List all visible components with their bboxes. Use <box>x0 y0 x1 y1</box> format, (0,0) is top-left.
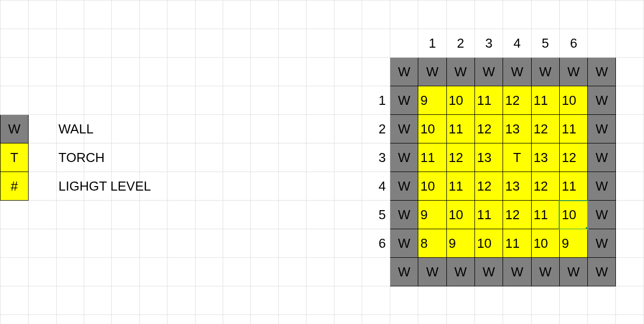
cell[interactable] <box>503 315 531 325</box>
cell[interactable] <box>251 258 278 286</box>
wall-cell[interactable]: W <box>588 201 616 229</box>
cell[interactable] <box>139 172 167 201</box>
wall-cell[interactable]: W <box>588 229 616 258</box>
light-cell[interactable]: 12 <box>474 172 503 201</box>
cell[interactable] <box>1 258 29 286</box>
cell[interactable] <box>390 29 418 58</box>
light-cell[interactable]: 9 <box>418 201 446 229</box>
light-cell[interactable]: 10 <box>446 201 474 229</box>
col-header-6[interactable]: 6 <box>559 29 587 58</box>
legend-torch-symbol[interactable]: T <box>1 143 29 172</box>
light-cell[interactable]: 12 <box>503 86 531 115</box>
cell[interactable] <box>306 1 334 29</box>
cell[interactable] <box>251 58 278 86</box>
cell[interactable] <box>446 286 474 315</box>
light-cell[interactable]: 11 <box>559 115 587 143</box>
cell[interactable] <box>168 258 195 286</box>
cell[interactable] <box>362 1 390 29</box>
cell[interactable] <box>195 115 223 143</box>
cell[interactable] <box>139 58 167 86</box>
light-cell[interactable]: 11 <box>531 86 559 115</box>
cell[interactable] <box>195 201 223 229</box>
cell[interactable] <box>588 315 616 325</box>
cell[interactable] <box>251 229 278 258</box>
light-cell[interactable]: 12 <box>559 143 587 172</box>
wall-cell[interactable]: W <box>390 201 418 229</box>
cell[interactable] <box>362 315 390 325</box>
legend-light-symbol[interactable]: # <box>1 172 29 201</box>
cell[interactable] <box>84 201 112 229</box>
cell[interactable] <box>195 58 223 86</box>
cell[interactable] <box>616 315 644 325</box>
light-cell[interactable]: 11 <box>418 143 446 172</box>
cell[interactable] <box>112 1 139 29</box>
cell[interactable] <box>251 172 278 201</box>
row-header-3[interactable]: 3 <box>362 143 390 172</box>
cell[interactable] <box>278 201 306 229</box>
cell[interactable] <box>84 258 112 286</box>
cell[interactable] <box>223 115 251 143</box>
cell[interactable] <box>139 115 167 143</box>
cell[interactable] <box>334 258 362 286</box>
cell[interactable] <box>139 258 167 286</box>
cell[interactable] <box>84 229 112 258</box>
cell[interactable] <box>223 286 251 315</box>
wall-cell[interactable]: W <box>418 258 446 286</box>
cell[interactable] <box>112 115 139 143</box>
legend-torch-label[interactable]: TORCH <box>56 143 84 172</box>
cell[interactable] <box>223 1 251 29</box>
cell[interactable] <box>84 143 112 172</box>
cell[interactable] <box>195 29 223 58</box>
cell[interactable] <box>251 201 278 229</box>
col-header-4[interactable]: 4 <box>503 29 531 58</box>
cell[interactable] <box>334 286 362 315</box>
cell[interactable] <box>278 115 306 143</box>
light-cell[interactable]: 8 <box>418 229 446 258</box>
cell[interactable] <box>84 172 112 201</box>
cell[interactable] <box>195 172 223 201</box>
cell[interactable] <box>616 115 644 143</box>
light-cell[interactable]: 10 <box>418 115 446 143</box>
cell[interactable] <box>503 286 531 315</box>
wall-cell[interactable]: W <box>390 58 418 86</box>
wall-cell[interactable]: W <box>588 58 616 86</box>
cell[interactable] <box>84 1 112 29</box>
cell[interactable] <box>251 29 278 58</box>
cell[interactable] <box>195 143 223 172</box>
cell[interactable] <box>306 229 334 258</box>
wall-cell[interactable]: W <box>503 258 531 286</box>
cell[interactable] <box>139 143 167 172</box>
light-cell[interactable]: 9 <box>559 229 587 258</box>
cell[interactable] <box>1 1 29 29</box>
wall-cell[interactable]: W <box>390 86 418 115</box>
light-cell[interactable]: 12 <box>474 115 503 143</box>
cell[interactable] <box>278 29 306 58</box>
cell[interactable] <box>616 29 644 58</box>
cell[interactable] <box>84 315 112 325</box>
cell[interactable] <box>503 1 531 29</box>
cell[interactable] <box>56 286 84 315</box>
wall-cell[interactable]: W <box>390 115 418 143</box>
cell[interactable] <box>112 143 139 172</box>
cell[interactable] <box>306 201 334 229</box>
cell[interactable] <box>306 29 334 58</box>
cell[interactable] <box>1 201 29 229</box>
light-cell[interactable]: 9 <box>418 86 446 115</box>
cell[interactable] <box>362 258 390 286</box>
cell[interactable] <box>112 258 139 286</box>
light-cell[interactable]: 9 <box>446 229 474 258</box>
cell[interactable] <box>278 286 306 315</box>
row-header-2[interactable]: 2 <box>362 115 390 143</box>
cell[interactable] <box>195 86 223 115</box>
cell[interactable] <box>418 1 446 29</box>
cell[interactable] <box>139 201 167 229</box>
cell[interactable] <box>278 315 306 325</box>
cell[interactable] <box>84 86 112 115</box>
col-header-3[interactable]: 3 <box>474 29 503 58</box>
cell[interactable] <box>56 86 84 115</box>
cell[interactable] <box>112 29 139 58</box>
cell[interactable] <box>251 143 278 172</box>
cell[interactable] <box>616 86 644 115</box>
cell[interactable] <box>390 1 418 29</box>
spreadsheet-grid[interactable]: 1 2 3 4 5 6 W W W W W W W W 1 W 9 10 11 … <box>0 0 644 324</box>
